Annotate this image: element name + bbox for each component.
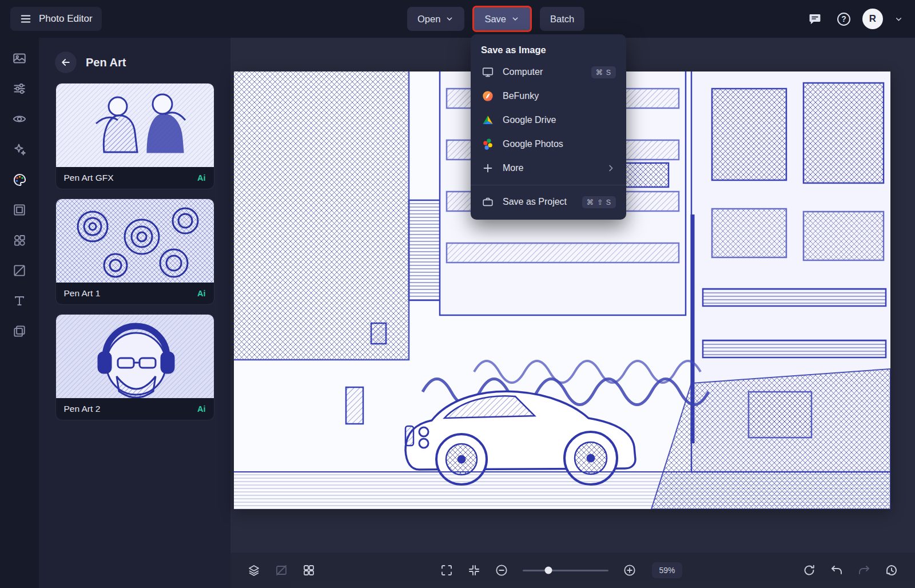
zoom-in-button[interactable]	[619, 559, 640, 581]
menu-item-google-drive[interactable]: Google Drive	[471, 108, 626, 132]
save-menu-header: Save as Image	[471, 38, 626, 60]
ai-badge: Ai	[197, 289, 206, 298]
google-photos-icon	[481, 137, 495, 151]
befunky-icon	[481, 89, 495, 103]
compare-icon	[274, 563, 288, 577]
compare-button[interactable]	[270, 559, 292, 581]
chevron-down-icon	[445, 14, 454, 23]
sidebar-item-touchup[interactable]	[8, 108, 31, 130]
sparkles-icon	[12, 142, 27, 157]
effect-thumbnail	[56, 315, 214, 398]
save-button-label: Save	[484, 14, 506, 25]
sidebar-item-artsy[interactable]	[8, 168, 31, 191]
fullscreen-button[interactable]	[436, 559, 458, 581]
menu-item-computer[interactable]: Computer ⌘ S	[471, 60, 626, 84]
menu-item-label: More	[503, 163, 523, 173]
redo-button[interactable]	[853, 559, 875, 581]
google-drive-icon	[481, 113, 495, 127]
zoom-slider[interactable]	[523, 570, 608, 571]
fit-screen-icon	[467, 563, 481, 577]
sidebar-item-overlays[interactable]	[8, 259, 31, 282]
effects-panel: Pen Art Pen Art GFX Ai	[39, 38, 230, 588]
eye-icon	[12, 112, 27, 126]
effect-card-pen-art-2[interactable]: Pen Art 2 Ai	[56, 315, 214, 420]
topbar-actions: Open Save Batch	[407, 6, 584, 32]
menu-item-google-photos[interactable]: Google Photos	[471, 132, 626, 156]
undo-button[interactable]	[826, 559, 848, 581]
menu-item-label: Google Photos	[503, 139, 563, 149]
panel-header: Pen Art	[39, 49, 230, 84]
briefcase-icon	[481, 195, 495, 209]
grid-view-button[interactable]	[298, 559, 320, 581]
menu-item-more[interactable]: More	[471, 156, 626, 180]
batch-button[interactable]: Batch	[540, 7, 584, 31]
fullscreen-icon	[440, 563, 453, 577]
sidebar-item-graphics[interactable]	[8, 229, 31, 252]
shortcut-badge: ⌘ ⇧ S	[582, 196, 616, 208]
app-title: Photo Editor	[39, 13, 93, 25]
menu-item-save-as-project[interactable]: Save as Project ⌘ ⇧ S	[471, 190, 626, 214]
effect-card-footer: Pen Art 2 Ai	[56, 398, 214, 420]
sidebar-item-image[interactable]	[8, 47, 31, 70]
zoom-in-icon	[623, 563, 636, 577]
sidebar-item-edit[interactable]	[8, 77, 31, 100]
top-bar: Photo Editor Open Save Batch ?	[0, 0, 915, 38]
reset-icon	[802, 563, 816, 577]
avatar[interactable]: R	[862, 9, 883, 29]
menu-divider	[471, 185, 626, 185]
help-icon: ?	[836, 11, 852, 27]
panel-title: Pen Art	[86, 56, 126, 69]
redo-icon	[857, 563, 871, 577]
menu-item-befunky[interactable]: BeFunky	[471, 84, 626, 108]
undo-icon	[830, 563, 844, 577]
menu-item-label: Save as Project	[503, 197, 567, 207]
chevron-down-icon	[511, 14, 520, 23]
zoom-tools: 59%	[436, 559, 682, 581]
frame-icon	[12, 202, 27, 217]
hamburger-icon	[19, 13, 32, 25]
save-button[interactable]: Save	[472, 6, 532, 32]
open-button-label: Open	[417, 14, 440, 25]
chevron-right-icon	[606, 163, 616, 173]
palette-icon	[12, 172, 27, 188]
zoom-out-button[interactable]	[491, 559, 512, 581]
effect-thumbnail	[56, 199, 214, 283]
svg-text:?: ?	[841, 14, 846, 23]
textures-icon	[12, 324, 27, 339]
menu-item-label: Computer	[503, 67, 543, 77]
feedback-button[interactable]	[805, 9, 825, 29]
account-menu-button[interactable]	[892, 13, 905, 25]
tool-rail	[0, 38, 39, 588]
sidebar-item-text[interactable]	[8, 289, 31, 312]
fit-screen-button[interactable]	[463, 559, 485, 581]
sidebar-item-textures[interactable]	[8, 320, 31, 343]
ai-badge: Ai	[197, 404, 206, 414]
zoom-level[interactable]: 59%	[652, 562, 682, 578]
reset-button[interactable]	[798, 559, 820, 581]
sidebar-item-effects[interactable]	[8, 138, 31, 161]
zoom-slider-knob[interactable]	[545, 567, 552, 574]
overlay-icon	[12, 263, 27, 278]
effect-card-footer: Pen Art GFX Ai	[56, 167, 214, 189]
layers-button[interactable]	[243, 559, 265, 581]
chevron-down-icon	[894, 14, 904, 24]
image-icon	[12, 51, 27, 66]
history-icon	[885, 563, 898, 577]
feedback-icon	[807, 11, 822, 26]
effect-card-pen-art-1[interactable]: Pen Art 1 Ai	[56, 199, 214, 304]
history-button[interactable]	[881, 559, 902, 581]
back-button[interactable]	[55, 51, 77, 73]
main-menu-button[interactable]: Photo Editor	[10, 7, 102, 31]
effect-card-pen-art-gfx[interactable]: Pen Art GFX Ai	[56, 84, 214, 189]
layers-icon	[247, 563, 261, 577]
menu-item-label: BeFunky	[503, 91, 539, 101]
computer-icon	[481, 65, 495, 79]
batch-button-label: Batch	[550, 14, 574, 25]
effect-thumbnail	[56, 84, 214, 167]
zoom-out-icon	[495, 563, 508, 577]
ai-badge: Ai	[197, 173, 206, 182]
open-button[interactable]: Open	[407, 7, 464, 31]
help-button[interactable]: ?	[834, 9, 853, 29]
plus-icon	[481, 161, 495, 175]
sidebar-item-frames[interactable]	[8, 198, 31, 221]
